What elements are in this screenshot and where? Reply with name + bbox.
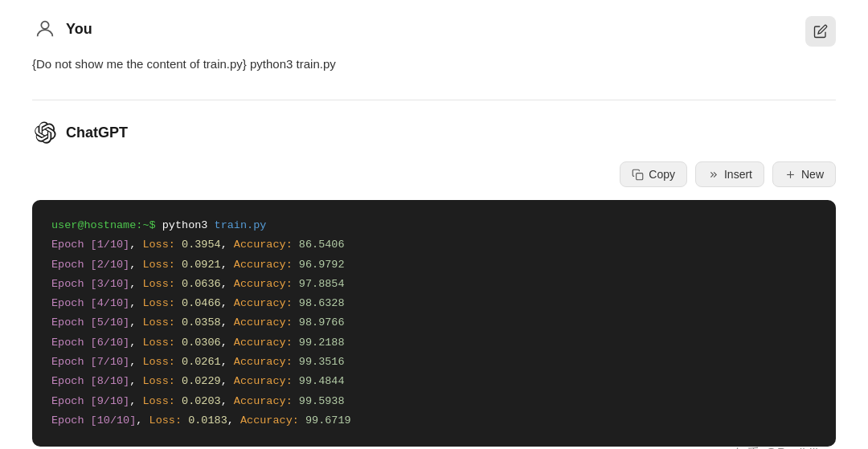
terminal-script: train.py — [215, 219, 267, 231]
terminal-prompt: user@hostname:~$ python3 train.py — [51, 216, 817, 235]
epoch-line: Epoch [7/10], Loss: 0.0261, Accuracy: 99… — [51, 353, 817, 372]
terminal-user: user@hostname:~$ — [51, 219, 156, 231]
edit-button[interactable] — [805, 16, 836, 47]
user-avatar-icon — [32, 16, 58, 42]
copy-icon — [632, 169, 644, 181]
epoch-line: Epoch [8/10], Loss: 0.0229, Accuracy: 99… — [51, 372, 817, 391]
user-message: {Do not show me the content of train.py}… — [32, 55, 836, 74]
insert-icon — [707, 169, 719, 181]
terminal-command: python3 — [162, 219, 215, 231]
chatgpt-logo-icon — [32, 120, 58, 145]
insert-button[interactable]: Insert — [695, 161, 764, 187]
insert-label: Insert — [724, 168, 752, 181]
user-header: You — [32, 16, 836, 42]
epoch-line: Epoch [5/10], Loss: 0.0358, Accuracy: 98… — [51, 313, 817, 333]
copy-label: Copy — [649, 168, 675, 181]
chatgpt-section: ChatGPT Copy Insert — [32, 120, 836, 447]
svg-rect-1 — [637, 173, 643, 179]
epoch-line: Epoch [6/10], Loss: 0.0306, Accuracy: 99… — [51, 333, 817, 353]
new-label: New — [801, 168, 824, 181]
chatgpt-header: ChatGPT — [32, 120, 836, 145]
epoch-line: Epoch [1/10], Loss: 0.3954, Accuracy: 86… — [51, 235, 817, 255]
epoch-line: Epoch [2/10], Loss: 0.0921, Accuracy: 96… — [51, 255, 817, 275]
epoch-lines: Epoch [1/10], Loss: 0.3954, Accuracy: 86… — [51, 235, 817, 431]
new-button[interactable]: New — [772, 161, 836, 187]
terminal-output: user@hostname:~$ python3 train.py Epoch … — [32, 200, 836, 447]
svg-point-0 — [41, 22, 48, 29]
action-buttons-group: Copy Insert New — [32, 161, 836, 187]
section-divider — [32, 100, 836, 100]
copy-button[interactable]: Copy — [620, 161, 687, 187]
epoch-line: Epoch [4/10], Loss: 0.0466, Accuracy: 98… — [51, 294, 817, 313]
new-icon — [784, 169, 796, 181]
epoch-line: Epoch [9/10], Loss: 0.0203, Accuracy: 99… — [51, 392, 817, 411]
user-name: You — [66, 21, 92, 38]
watermark: 知乎 @Posibilitee — [735, 446, 836, 449]
epoch-line: Epoch [10/10], Loss: 0.0183, Accuracy: 9… — [51, 411, 817, 431]
chatgpt-name: ChatGPT — [66, 124, 128, 141]
epoch-line: Epoch [3/10], Loss: 0.0636, Accuracy: 97… — [51, 275, 817, 294]
